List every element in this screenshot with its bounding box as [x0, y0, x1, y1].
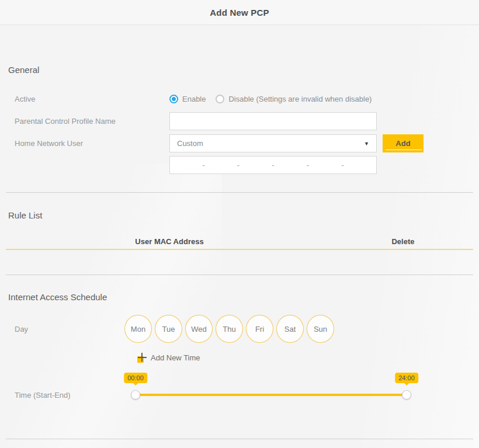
mac-separator: - [341, 161, 343, 169]
day-button-tue[interactable]: Tue [155, 315, 182, 343]
day-row: Day Mon Tue Wed Thu Fri Sat Sun [15, 315, 473, 343]
section-divider [6, 192, 473, 193]
add-new-pcp-page: Add New PCP General Active Enable Disabl… [0, 0, 479, 448]
disable-radio[interactable] [216, 95, 224, 103]
start-time-handle[interactable] [131, 390, 140, 400]
rule-list-table: User MAC Address Delete [6, 234, 473, 250]
home-network-user-selected-value: Custom [177, 139, 203, 148]
profile-name-label: Parental Control Profile Name [15, 117, 169, 126]
home-network-user-label: Home Network User [15, 139, 169, 148]
mac-address-row: - - - - - [15, 156, 473, 174]
profile-name-input[interactable] [169, 112, 377, 130]
active-row: Active Enable Disable (Settings are inva… [15, 90, 473, 107]
title-bar: Add New PCP [0, 0, 479, 25]
day-button-mon[interactable]: Mon [124, 315, 152, 343]
day-button-thu[interactable]: Thu [216, 315, 243, 343]
end-time-badge: 24:00 [395, 373, 418, 383]
home-network-user-row: Home Network User Custom ▼ Add [15, 134, 473, 152]
rule-list-section-heading: Rule List [8, 210, 473, 220]
day-button-wed[interactable]: Wed [185, 315, 213, 343]
page-title: Add New PCP [210, 8, 269, 18]
active-radio-group: Enable Disable (Settings are invalid whe… [169, 95, 372, 103]
disable-radio-label: Disable (Settings are invalid when disab… [228, 95, 372, 103]
day-button-sat[interactable]: Sat [276, 315, 304, 343]
column-header-user-mac-address: User MAC Address [6, 234, 333, 249]
enable-radio[interactable] [169, 95, 178, 103]
disable-radio-option: Disable (Settings are invalid when disab… [216, 95, 372, 103]
schedule-section-heading: Internet Access Schedule [8, 292, 473, 302]
day-button-sun[interactable]: Sun [307, 315, 334, 343]
day-button-fri[interactable]: Fri [246, 315, 273, 343]
content: General Active Enable Disable (Settings … [0, 25, 479, 439]
start-time-badge: 00:00 [124, 373, 147, 383]
active-label: Active [15, 95, 169, 103]
day-label: Day [15, 325, 124, 334]
column-header-delete: Delete [333, 234, 473, 249]
end-time-handle[interactable] [402, 390, 411, 400]
mac-separator: - [202, 161, 204, 169]
slider-track[interactable] [133, 394, 409, 396]
general-section-heading: General [8, 25, 473, 75]
mac-separator: - [237, 161, 239, 169]
home-network-user-select[interactable]: Custom ▼ [169, 134, 377, 152]
rule-list-header-row: User MAC Address Delete [6, 234, 473, 249]
profile-name-row: Parental Control Profile Name [15, 112, 473, 130]
bottom-divider [6, 439, 473, 439]
add-new-time-button[interactable]: Add New Time [137, 352, 473, 363]
enable-radio-label: Enable [182, 95, 206, 103]
time-range-slider: 00:00 24:00 [133, 390, 409, 400]
enable-radio-option: Enable [169, 95, 206, 103]
dropdown-arrow-icon: ▼ [364, 141, 369, 147]
plus-icon [137, 353, 147, 363]
day-circle-group: Mon Tue Wed Thu Fri Sat Sun [124, 315, 334, 343]
time-row: Time (Start-End) 00:00 24:00 [15, 390, 473, 400]
mac-separator: - [307, 161, 309, 169]
mac-address-input[interactable]: - - - - - [169, 156, 377, 174]
mac-separator: - [272, 161, 274, 169]
section-divider [6, 275, 473, 275]
time-label: Time (Start-End) [15, 391, 133, 400]
add-new-time-label: Add New Time [151, 353, 200, 362]
add-user-button[interactable]: Add [383, 134, 424, 152]
